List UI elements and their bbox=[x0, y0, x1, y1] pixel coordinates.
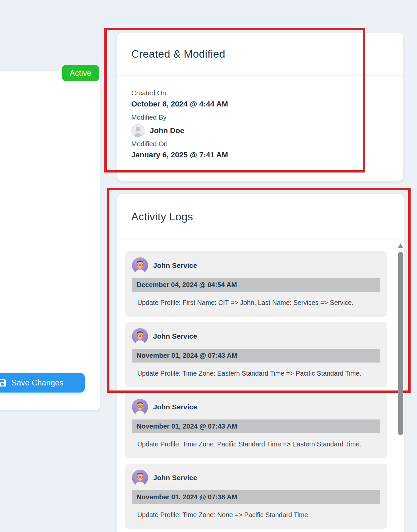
log-entry-timestamp: December 04, 2024 @ 04:54 AM bbox=[132, 278, 380, 292]
created-modified-body: Created On October 8, 2024 @ 4:44 AM Mod… bbox=[117, 76, 403, 159]
created-modified-title: Created & Modified bbox=[131, 48, 225, 60]
log-entry-timestamp: November 01, 2024 @ 07:43 AM bbox=[132, 349, 380, 363]
log-entry-user-name: John Service bbox=[153, 474, 197, 482]
status-badge: Active bbox=[62, 65, 99, 81]
log-entry-user-name: John Service bbox=[153, 403, 197, 411]
log-entry-header: John Service bbox=[132, 470, 380, 486]
modified-on-label: Modified On bbox=[131, 140, 389, 148]
default-user-avatar-icon bbox=[131, 124, 145, 137]
log-entry-timestamp: November 01, 2024 @ 07:43 AM bbox=[132, 419, 380, 433]
modified-by-row: John Doe bbox=[131, 124, 389, 137]
scrollbar-up-arrow-icon[interactable] bbox=[398, 243, 403, 248]
log-entry-header: John Service bbox=[132, 399, 380, 415]
modified-on-value: January 6, 2025 @ 7:41 AM bbox=[131, 151, 389, 159]
activity-logs-header: Activity Logs bbox=[117, 194, 404, 240]
log-entry-timestamp: November 01, 2024 @ 07:38 AM bbox=[132, 490, 380, 504]
save-changes-button[interactable]: Save Changes bbox=[0, 373, 85, 393]
log-entry-description: Update Profile: First Name: CIT => John.… bbox=[132, 299, 380, 307]
user-avatar-icon bbox=[132, 257, 148, 274]
log-entry-description: Update Profile: Time Zone: Pacific Stand… bbox=[132, 440, 380, 448]
created-modified-card: Created & Modified Created On October 8,… bbox=[117, 33, 403, 181]
log-entry-description: Update Profile: Time Zone: Eastern Stand… bbox=[132, 370, 380, 377]
created-on-label: Created On bbox=[131, 89, 389, 97]
activity-logs-title: Activity Logs bbox=[131, 211, 193, 223]
log-entry: John Service November 01, 2024 @ 07:38 A… bbox=[125, 464, 387, 529]
scrollbar-thumb[interactable] bbox=[398, 252, 403, 435]
log-entry-description: Update Profile: Time Zone: None => Pacif… bbox=[132, 511, 380, 519]
save-button-label: Save Changes bbox=[11, 378, 63, 387]
log-entry-header: John Service bbox=[132, 328, 380, 344]
activity-log-list: John Service December 04, 2024 @ 04:54 A… bbox=[125, 251, 387, 529]
log-entry: John Service December 04, 2024 @ 04:54 A… bbox=[125, 251, 387, 317]
user-avatar-icon bbox=[132, 399, 148, 415]
activity-logs-card: Activity Logs bbox=[117, 194, 404, 532]
user-avatar-icon bbox=[132, 470, 148, 486]
log-entry-header: John Service bbox=[132, 257, 380, 274]
modified-by-value: John Doe bbox=[150, 126, 184, 135]
log-entry: John Service November 01, 2024 @ 07:43 A… bbox=[125, 393, 387, 458]
user-avatar-icon bbox=[132, 328, 148, 344]
created-modified-header: Created & Modified bbox=[117, 33, 403, 76]
status-badge-label: Active bbox=[70, 69, 91, 78]
save-icon bbox=[0, 378, 7, 388]
log-entry-user-name: John Service bbox=[153, 261, 197, 270]
modified-by-label: Modified By bbox=[131, 114, 389, 121]
log-entry-user-name: John Service bbox=[153, 332, 197, 340]
profile-card bbox=[0, 71, 100, 410]
created-on-value: October 8, 2024 @ 4:44 AM bbox=[131, 100, 389, 108]
page: Active Save Changes Created & Modified C… bbox=[0, 0, 417, 532]
log-entry: John Service November 01, 2024 @ 07:43 A… bbox=[125, 322, 387, 387]
activity-logs-scroll-area[interactable]: John Service December 04, 2024 @ 04:54 A… bbox=[117, 240, 404, 532]
